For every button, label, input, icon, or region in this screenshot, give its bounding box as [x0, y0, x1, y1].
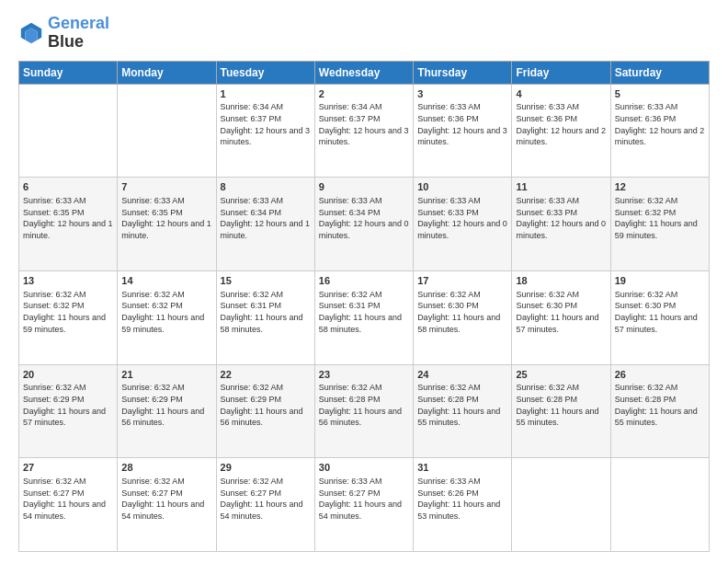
calendar-cell: 10Sunrise: 6:33 AMSunset: 6:33 PMDayligh… [414, 178, 512, 271]
calendar-cell: 30Sunrise: 6:33 AMSunset: 6:27 PMDayligh… [314, 458, 413, 552]
calendar-cell: 18Sunrise: 6:32 AMSunset: 6:30 PMDayligh… [512, 270, 610, 364]
day-number: 24 [417, 368, 507, 382]
cell-line: Sunset: 6:31 PM [221, 301, 282, 310]
cell-line: Daylight: 11 hours and 54 minutes. [121, 500, 204, 521]
calendar-cell: 4Sunrise: 6:33 AMSunset: 6:36 PMDaylight… [512, 84, 610, 178]
cell-line: Sunset: 6:36 PM [615, 114, 677, 123]
calendar-cell: 21Sunrise: 6:32 AMSunset: 6:29 PMDayligh… [118, 364, 216, 458]
cell-line: Daylight: 12 hours and 0 minutes. [319, 219, 409, 240]
logo-text: General Blue [48, 15, 109, 52]
cell-content: Sunrise: 6:33 AMSunset: 6:34 PMDaylight:… [221, 195, 311, 241]
cell-content: Sunrise: 6:33 AMSunset: 6:36 PMDaylight:… [615, 101, 705, 147]
cell-line: Daylight: 11 hours and 57 minutes. [615, 313, 698, 334]
cell-line: Daylight: 11 hours and 55 minutes. [615, 407, 698, 428]
day-number: 25 [516, 368, 606, 382]
cell-line: Daylight: 12 hours and 0 minutes. [516, 219, 606, 240]
calendar-cell: 24Sunrise: 6:32 AMSunset: 6:28 PMDayligh… [414, 364, 512, 458]
cell-content: Sunrise: 6:32 AMSunset: 6:28 PMDaylight:… [516, 382, 606, 428]
cell-line: Daylight: 11 hours and 56 minutes. [319, 407, 402, 428]
cell-line: Daylight: 11 hours and 59 minutes. [23, 313, 106, 334]
cell-line: Daylight: 12 hours and 3 minutes. [319, 126, 409, 147]
calendar-cell: 16Sunrise: 6:32 AMSunset: 6:31 PMDayligh… [314, 270, 413, 364]
logo: General Blue [18, 15, 109, 52]
day-number: 7 [121, 180, 211, 194]
day-number: 26 [615, 368, 705, 382]
cell-line: Sunrise: 6:32 AM [417, 290, 481, 299]
cell-line: Sunset: 6:33 PM [417, 208, 479, 217]
cell-line: Daylight: 11 hours and 58 minutes. [221, 313, 303, 334]
cell-line: Sunset: 6:27 PM [319, 488, 381, 498]
calendar-table: SundayMondayTuesdayWednesdayThursdayFrid… [18, 61, 710, 552]
cell-line: Sunset: 6:28 PM [417, 395, 479, 404]
cell-line: Sunset: 6:32 PM [23, 301, 85, 310]
cell-line: Sunrise: 6:33 AM [319, 477, 382, 486]
calendar-cell: 7Sunrise: 6:33 AMSunset: 6:35 PMDaylight… [118, 178, 216, 271]
day-number: 17 [417, 274, 507, 288]
cell-line: Sunrise: 6:32 AM [23, 477, 86, 486]
day-number: 18 [516, 274, 606, 288]
cell-line: Sunrise: 6:33 AM [23, 196, 86, 205]
cell-line: Sunrise: 6:32 AM [615, 196, 678, 205]
day-number: 22 [221, 368, 311, 382]
cell-line: Sunrise: 6:32 AM [319, 383, 382, 392]
calendar-cell: 29Sunrise: 6:32 AMSunset: 6:27 PMDayligh… [216, 458, 314, 552]
cell-line: Daylight: 11 hours and 55 minutes. [516, 407, 598, 428]
header: General Blue [18, 15, 710, 52]
day-number: 15 [221, 274, 311, 288]
day-number: 10 [417, 180, 507, 194]
day-number: 6 [23, 180, 113, 194]
calendar-cell: 12Sunrise: 6:32 AMSunset: 6:32 PMDayligh… [610, 178, 709, 271]
day-number: 30 [319, 461, 409, 475]
day-number: 14 [121, 274, 211, 288]
cell-content: Sunrise: 6:32 AMSunset: 6:30 PMDaylight:… [516, 289, 606, 335]
cell-line: Sunset: 6:35 PM [121, 208, 183, 217]
cell-line: Sunset: 6:29 PM [121, 395, 183, 404]
cell-content: Sunrise: 6:32 AMSunset: 6:32 PMDaylight:… [23, 289, 113, 335]
cell-line: Sunrise: 6:32 AM [221, 383, 284, 392]
cell-line: Sunrise: 6:33 AM [516, 196, 579, 205]
calendar-cell: 26Sunrise: 6:32 AMSunset: 6:28 PMDayligh… [610, 364, 709, 458]
day-number: 2 [319, 87, 409, 101]
calendar-cell: 23Sunrise: 6:32 AMSunset: 6:28 PMDayligh… [314, 364, 413, 458]
day-number: 9 [319, 180, 409, 194]
cell-line: Sunrise: 6:33 AM [121, 196, 185, 205]
cell-content: Sunrise: 6:32 AMSunset: 6:28 PMDaylight:… [319, 382, 409, 428]
calendar-week-4: 20Sunrise: 6:32 AMSunset: 6:29 PMDayligh… [19, 364, 710, 458]
cell-line: Daylight: 12 hours and 0 minutes. [417, 219, 507, 240]
cell-line: Sunset: 6:33 PM [516, 208, 577, 217]
day-number: 27 [23, 461, 113, 475]
weekday-header-wednesday: Wednesday [314, 61, 413, 84]
cell-line: Daylight: 11 hours and 53 minutes. [417, 500, 500, 521]
cell-line: Sunset: 6:30 PM [516, 301, 577, 310]
day-number: 12 [615, 180, 705, 194]
cell-line: Sunrise: 6:34 AM [319, 102, 382, 111]
day-number: 16 [319, 274, 409, 288]
day-number: 21 [121, 368, 211, 382]
weekday-header-saturday: Saturday [610, 61, 709, 84]
cell-line: Sunset: 6:36 PM [417, 114, 479, 123]
cell-line: Daylight: 11 hours and 54 minutes. [23, 500, 106, 521]
page: General Blue SundayMondayTuesdayWednesda… [0, 0, 728, 563]
cell-content: Sunrise: 6:33 AMSunset: 6:33 PMDaylight:… [516, 195, 606, 241]
cell-content: Sunrise: 6:32 AMSunset: 6:29 PMDaylight:… [23, 382, 113, 428]
cell-content: Sunrise: 6:32 AMSunset: 6:29 PMDaylight:… [221, 382, 311, 428]
cell-line: Daylight: 12 hours and 1 minute. [23, 219, 113, 240]
cell-content: Sunrise: 6:32 AMSunset: 6:27 PMDaylight:… [121, 476, 211, 522]
cell-content: Sunrise: 6:32 AMSunset: 6:30 PMDaylight:… [615, 289, 705, 335]
cell-content: Sunrise: 6:33 AMSunset: 6:27 PMDaylight:… [319, 476, 409, 522]
cell-content: Sunrise: 6:32 AMSunset: 6:29 PMDaylight:… [121, 382, 211, 428]
day-number: 5 [615, 87, 705, 101]
cell-line: Sunrise: 6:33 AM [221, 196, 284, 205]
weekday-header-tuesday: Tuesday [216, 61, 314, 84]
cell-content: Sunrise: 6:34 AMSunset: 6:37 PMDaylight:… [221, 101, 311, 147]
cell-line: Daylight: 11 hours and 57 minutes. [516, 313, 598, 334]
cell-line: Sunset: 6:27 PM [121, 488, 183, 498]
calendar-cell: 13Sunrise: 6:32 AMSunset: 6:32 PMDayligh… [19, 270, 118, 364]
calendar-cell: 25Sunrise: 6:32 AMSunset: 6:28 PMDayligh… [512, 364, 610, 458]
cell-line: Sunrise: 6:32 AM [121, 290, 185, 299]
cell-content: Sunrise: 6:33 AMSunset: 6:35 PMDaylight:… [121, 195, 211, 241]
cell-line: Sunrise: 6:33 AM [615, 102, 678, 111]
cell-line: Daylight: 12 hours and 3 minutes. [417, 126, 507, 147]
calendar-cell: 15Sunrise: 6:32 AMSunset: 6:31 PMDayligh… [216, 270, 314, 364]
cell-line: Sunset: 6:27 PM [23, 488, 85, 498]
